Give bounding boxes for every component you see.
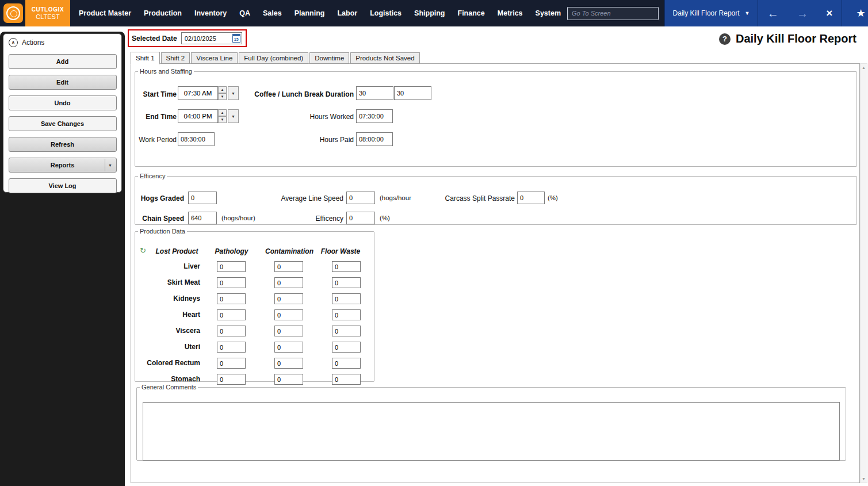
liver-floor-waste-input[interactable]: [332, 261, 361, 272]
chevron-down-icon[interactable]: ▼: [228, 86, 239, 100]
break-duration-input-2[interactable]: [394, 86, 431, 100]
liver-pathology-input[interactable]: [217, 261, 246, 272]
average-line-speed-input[interactable]: [346, 192, 375, 204]
tab-shift-1[interactable]: Shift 1: [131, 52, 160, 64]
selected-date-label: Selected Date: [132, 35, 177, 43]
menu-inventory[interactable]: Inventory: [188, 0, 233, 26]
close-icon[interactable]: ×: [826, 7, 832, 20]
favorite-zone: ★: [842, 0, 868, 26]
end-time-input[interactable]: [178, 109, 218, 123]
spin-up-icon[interactable]: ▲: [218, 86, 227, 93]
brand-name: CUTLOGIX: [32, 6, 64, 13]
efficiency-input[interactable]: [346, 212, 375, 224]
hours-paid-input[interactable]: [356, 132, 393, 146]
back-arrow-icon[interactable]: ←: [767, 7, 779, 20]
menu-product-master[interactable]: Product Master: [72, 0, 137, 26]
liver-contamination-input[interactable]: [274, 261, 303, 272]
vertical-scrollbar[interactable]: ▲ ▼: [860, 63, 867, 483]
carcass-split-passrate-label: Carcass Split Passrate: [429, 194, 515, 202]
environment-name: CLTEST: [36, 13, 59, 20]
tab-shift-2[interactable]: Shift 2: [161, 52, 190, 64]
heart-floor-waste-input[interactable]: [332, 309, 361, 320]
colored-rectum-pathology-input[interactable]: [217, 358, 246, 369]
end-time-spinner: ▲ ▼: [218, 109, 227, 123]
menu-labor[interactable]: Labor: [331, 0, 364, 26]
uteri-contamination-input[interactable]: [274, 342, 303, 353]
production-data-legend: Production Data: [138, 228, 187, 235]
spin-down-icon[interactable]: ▼: [218, 116, 227, 123]
chevron-down-icon[interactable]: ▼: [228, 109, 239, 123]
spin-down-icon[interactable]: ▼: [218, 93, 227, 100]
menu-metrics[interactable]: Metrics: [491, 0, 529, 26]
logo-emblem-icon: [6, 6, 20, 20]
skirt-meat-pathology-input[interactable]: [217, 277, 246, 288]
row-label-liver: Liver: [135, 262, 200, 270]
uteri-pathology-input[interactable]: [217, 342, 246, 353]
menu-shipping[interactable]: Shipping: [408, 0, 451, 26]
menu-production[interactable]: Production: [137, 0, 188, 26]
hours-and-staffing-legend: Hours and Staffing: [138, 68, 194, 75]
start-time-spinner: ▲ ▼: [218, 86, 227, 100]
heart-contamination-input[interactable]: [274, 309, 303, 320]
add-button[interactable]: Add: [9, 54, 117, 69]
kidneys-contamination-input[interactable]: [274, 293, 303, 304]
reports-label: Reports: [51, 162, 75, 169]
menu-qa[interactable]: QA: [233, 0, 257, 26]
kidneys-pathology-input[interactable]: [217, 293, 246, 304]
skirt-meat-contamination-input[interactable]: [274, 277, 303, 288]
spin-up-icon[interactable]: ▲: [218, 109, 227, 116]
menu-finance[interactable]: Finance: [452, 0, 491, 26]
tab-downtime[interactable]: Downtime: [309, 52, 349, 64]
chain-speed-input[interactable]: [188, 212, 217, 224]
menu-planning[interactable]: Planning: [288, 0, 331, 26]
break-duration-input-1[interactable]: [356, 86, 393, 100]
actions-title: Actions: [22, 39, 44, 47]
heart-pathology-input[interactable]: [217, 309, 246, 320]
colored-rectum-floor-waste-input[interactable]: [332, 358, 361, 369]
chain-speed-unit: (hogs/hour): [221, 215, 255, 221]
chevron-down-icon: ▼: [745, 10, 750, 16]
calendar-icon[interactable]: 15: [232, 34, 240, 43]
tab-products-not-saved[interactable]: Products Not Saved: [350, 52, 419, 64]
menu-logistics[interactable]: Logistics: [364, 0, 408, 26]
general-comments-textarea[interactable]: [143, 402, 840, 461]
undo-button[interactable]: Undo: [9, 95, 117, 110]
forward-arrow-icon[interactable]: →: [797, 7, 808, 20]
scroll-up-icon[interactable]: ▲: [861, 64, 867, 71]
efficiency-section: Efficency Hogs Graded Average Line Speed…: [135, 173, 857, 225]
viscera-pathology-input[interactable]: [217, 326, 246, 336]
hogs-graded-label: Hogs Graded: [135, 194, 184, 202]
screen-selector-dropdown[interactable]: Daily Kill Floor Report ▼: [665, 0, 758, 26]
brand-block: CUTLOGIX CLTEST: [25, 0, 70, 26]
menu-system[interactable]: System: [529, 0, 567, 26]
viscera-contamination-input[interactable]: [274, 326, 303, 336]
row-label-kidneys: Kidneys: [135, 294, 200, 303]
work-period-label: Work Period: [134, 136, 177, 144]
edit-button[interactable]: Edit: [9, 75, 117, 90]
start-time-input[interactable]: [178, 86, 218, 100]
go-to-screen-input[interactable]: [567, 7, 659, 20]
scroll-down-icon[interactable]: ▼: [861, 475, 867, 483]
save-changes-button[interactable]: Save Changes: [9, 116, 117, 131]
work-period-input[interactable]: [178, 132, 215, 146]
hours-worked-input[interactable]: [356, 109, 393, 123]
kidneys-floor-waste-input[interactable]: [332, 293, 361, 304]
tab-viscera-line[interactable]: Viscera Line: [191, 52, 238, 64]
collapse-icon[interactable]: ∧: [9, 38, 18, 47]
colored-rectum-contamination-input[interactable]: [274, 358, 303, 369]
hogs-graded-input[interactable]: [188, 192, 217, 204]
viscera-floor-waste-input[interactable]: [332, 326, 361, 336]
menu-sales[interactable]: Sales: [257, 0, 288, 26]
tab-full-day-combined[interactable]: Full Day (combined): [239, 52, 308, 64]
reports-dropdown-button[interactable]: Reports ▼: [9, 158, 117, 173]
star-icon[interactable]: ★: [856, 7, 865, 20]
refresh-icon[interactable]: ↻: [140, 246, 146, 255]
carcass-split-passrate-input[interactable]: [517, 192, 545, 204]
row-label-skirt-meat: Skirt Meat: [135, 278, 200, 286]
refresh-button[interactable]: Refresh: [9, 137, 117, 152]
help-icon[interactable]: ?: [719, 33, 731, 45]
actions-panel: ∧ Actions Add Edit Undo Save Changes Ref…: [3, 33, 122, 193]
uteri-floor-waste-input[interactable]: [332, 342, 361, 353]
skirt-meat-floor-waste-input[interactable]: [332, 277, 361, 288]
view-log-button[interactable]: View Log: [9, 178, 117, 193]
